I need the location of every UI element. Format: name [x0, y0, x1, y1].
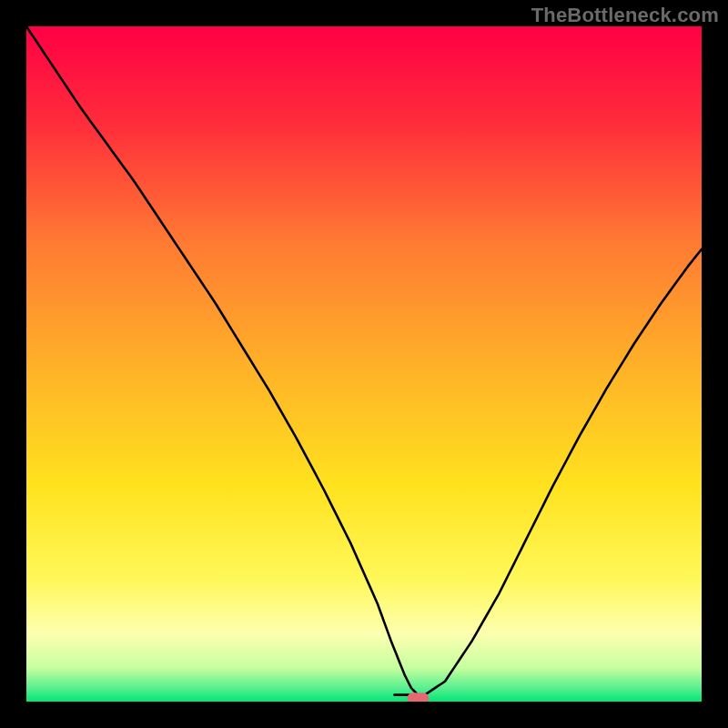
bottleneck-chart — [26, 26, 702, 702]
gradient-background — [26, 26, 702, 702]
watermark-text: TheBottleneck.com — [531, 4, 719, 27]
optimum-marker — [407, 693, 429, 702]
chart-frame: TheBottleneck.com — [0, 0, 728, 728]
